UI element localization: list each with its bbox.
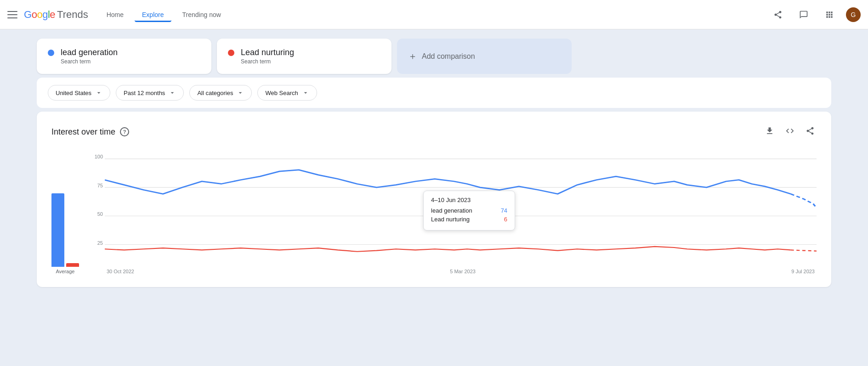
blue-line-dashed xyxy=(791,194,817,208)
share-button[interactable] xyxy=(769,6,787,24)
bar-container xyxy=(51,175,79,267)
chart-title: Interest over time xyxy=(51,127,115,137)
header: Google Trends Home Explore Trending now … xyxy=(0,0,868,29)
chart-section: Interest over time ? xyxy=(37,112,831,287)
search-term-type-2: Search term xyxy=(241,58,294,65)
download-button[interactable] xyxy=(763,124,776,139)
bar-red xyxy=(66,263,79,267)
filter-search-type-label: Web Search xyxy=(265,90,298,96)
search-term-name-2: Lead nurturing xyxy=(241,48,294,57)
y-label-100: 100 xyxy=(95,154,103,159)
chart-average-bar: Average xyxy=(51,175,79,274)
line-chart-area: 100 75 50 25 xyxy=(88,154,817,274)
search-term-card-1[interactable]: lead generation Search term xyxy=(37,39,211,74)
search-term-type-1: Search term xyxy=(61,58,118,65)
bar-blue xyxy=(51,193,64,267)
nav-trending-now[interactable]: Trending now xyxy=(175,7,228,22)
embed-button[interactable] xyxy=(783,124,796,139)
dot-red-2 xyxy=(228,50,234,56)
main-content: lead generation Search term Lead nurturi… xyxy=(0,29,868,287)
add-comparison-label: Add comparison xyxy=(422,52,475,61)
nav-home[interactable]: Home xyxy=(99,7,131,22)
search-terms-row: lead generation Search term Lead nurturi… xyxy=(37,29,831,74)
chart-container: Average 100 75 50 25 xyxy=(51,154,817,274)
menu-icon[interactable] xyxy=(7,9,18,20)
blue-line xyxy=(105,170,791,194)
filter-time-label: Past 12 months xyxy=(124,90,165,96)
apps-button[interactable] xyxy=(820,6,839,24)
search-term-card-2[interactable]: Lead nurturing Search term xyxy=(217,39,391,74)
filter-region[interactable]: United States xyxy=(48,85,110,101)
share-chart-button[interactable] xyxy=(804,124,817,139)
add-icon: ＋ xyxy=(408,50,417,62)
chart-title-group: Interest over time ? xyxy=(51,127,129,137)
avatar[interactable]: G xyxy=(846,7,861,22)
filter-time-range[interactable]: Past 12 months xyxy=(116,85,184,101)
filters-row: United States Past 12 months All categor… xyxy=(37,78,831,108)
feedback-button[interactable] xyxy=(794,6,813,24)
help-icon[interactable]: ? xyxy=(120,127,129,136)
filter-search-type[interactable]: Web Search xyxy=(257,85,317,101)
search-term-info-2: Lead nurturing Search term xyxy=(241,48,294,65)
red-line xyxy=(105,247,791,252)
x-axis-labels: 30 Oct 2022 5 Mar 2023 9 Jul 2023 xyxy=(105,269,817,274)
logo-trends-text: Trends xyxy=(57,9,88,21)
y-label-75: 75 xyxy=(97,183,103,188)
filter-category[interactable]: All categories xyxy=(189,85,252,101)
logo: Google Trends xyxy=(24,9,88,21)
nav-explore[interactable]: Explore xyxy=(135,7,171,22)
x-label-1: 30 Oct 2022 xyxy=(107,269,134,274)
x-label-3: 9 Jul 2023 xyxy=(791,269,815,274)
header-actions: G xyxy=(769,6,861,24)
y-label-25: 25 xyxy=(97,240,103,246)
line-chart-svg xyxy=(105,154,817,264)
search-term-name-1: lead generation xyxy=(61,48,118,57)
search-term-info-1: lead generation Search term xyxy=(61,48,118,65)
dot-blue-1 xyxy=(48,50,54,56)
x-label-2: 5 Mar 2023 xyxy=(450,269,476,274)
nav-links: Home Explore Trending now xyxy=(99,7,769,22)
chart-actions xyxy=(763,124,817,139)
add-comparison-card[interactable]: ＋ Add comparison xyxy=(397,39,572,74)
chart-header: Interest over time ? xyxy=(51,124,817,139)
red-line-dashed xyxy=(791,250,817,251)
filter-category-label: All categories xyxy=(197,90,233,96)
filter-region-label: United States xyxy=(56,90,91,96)
logo-google-text: Google xyxy=(24,9,55,21)
y-label-50: 50 xyxy=(97,211,103,217)
bar-label: Average xyxy=(56,269,75,274)
